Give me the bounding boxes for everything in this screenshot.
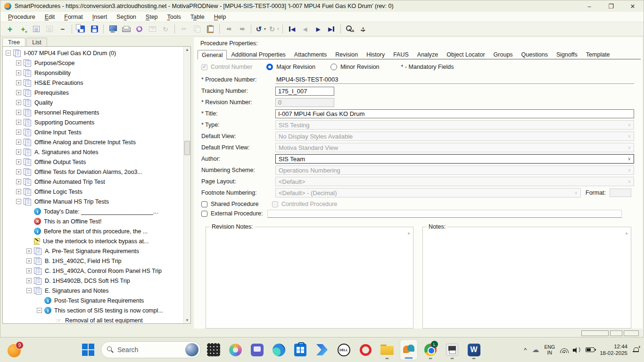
text-input[interactable]: I-007 MPU4 Fuel Gas KO Drum — [275, 109, 634, 118]
tree-row[interactable]: ☞Removal of all test equipment — [4, 315, 183, 324]
add-button[interactable]: + — [4, 24, 16, 35]
tree-row[interactable]: iBefore the start of this procedure, the… — [4, 226, 183, 236]
expand-icon[interactable]: + — [16, 130, 21, 135]
paste-button[interactable] — [204, 24, 216, 35]
tree-row[interactable]: −iThis section of SIS testing is now com… — [4, 305, 183, 315]
revision-notes-scroll-up-icon[interactable]: ▲ — [407, 231, 411, 235]
tree-row[interactable]: +Offline Analog and Discrete Input Tests — [4, 137, 183, 147]
expand-icon[interactable]: + — [16, 140, 21, 145]
indent-button[interactable]: +≡ — [236, 24, 248, 35]
tab-additional-properties[interactable]: Additional Properties — [227, 49, 289, 59]
scroll-thumb[interactable] — [184, 141, 190, 155]
tree-scrollbar[interactable]: ▲ ▼ — [183, 47, 190, 323]
copilot-taskbar-button[interactable] — [226, 339, 244, 360]
nav-first-button[interactable]: ◀ — [286, 24, 298, 35]
outline-button[interactable] — [30, 24, 42, 35]
opera-taskbar-button[interactable] — [356, 339, 374, 360]
text-input[interactable]: 175_I_007 — [275, 87, 334, 96]
minimize-button[interactable]: – — [578, 0, 600, 12]
collapse-icon[interactable]: − — [6, 50, 11, 56]
expand-icon[interactable]: + — [16, 159, 21, 165]
notes-scroll-up-icon[interactable]: ▲ — [625, 231, 628, 235]
tree-row[interactable]: +HS&E Precautions — [4, 78, 183, 88]
dropdown-caret-icon[interactable]: ▾ — [264, 27, 266, 31]
tree-row[interactable]: +Purpose/Scope — [4, 58, 183, 68]
tree-row[interactable]: +Supporting Documents — [4, 117, 183, 127]
tree-row[interactable]: iToday's Date: ______________________... — [4, 206, 183, 216]
monitor-button[interactable] — [107, 24, 119, 35]
smartprocedures-taskbar-button[interactable] — [400, 339, 418, 360]
expand-icon[interactable]: + — [16, 110, 21, 115]
menu-format[interactable]: Format — [59, 13, 88, 21]
expand-icon[interactable]: + — [16, 149, 21, 155]
tree-row[interactable]: +B. 1HS_4902C, Field HS Trip — [4, 256, 183, 266]
chrome-taskbar-button[interactable]: L — [421, 339, 439, 360]
expand-icon[interactable]: + — [26, 248, 32, 254]
tab-general[interactable]: General — [198, 50, 227, 59]
expand-icon[interactable]: + — [16, 70, 21, 75]
tab-attachments[interactable]: Attachments — [290, 49, 331, 59]
tab-groups[interactable]: Groups — [489, 49, 517, 59]
expand-icon[interactable]: + — [16, 169, 21, 174]
collapse-button[interactable]: − — [57, 24, 69, 35]
tree-row[interactable]: +Offline Tests for Deviation Alarms, 2oo… — [4, 167, 183, 177]
tree-row[interactable]: +D. 1HS4902B, DCS Soft HS Trip — [4, 276, 183, 286]
expand-icon[interactable]: + — [16, 90, 21, 95]
tab-list[interactable]: List — [26, 38, 47, 46]
tab-history[interactable]: History — [362, 49, 389, 59]
tree-row[interactable]: +Personnel Requirements — [4, 107, 183, 117]
expand-icon[interactable]: + — [16, 189, 21, 194]
printer-button[interactable] — [120, 24, 132, 35]
close-button[interactable]: ✕ — [622, 0, 644, 12]
widgets-button[interactable]: 9 — [8, 341, 24, 357]
word-taskbar-button[interactable]: W — [465, 339, 483, 360]
tree-row[interactable]: +Quality — [4, 98, 183, 107]
tree-row[interactable]: +Responsibility — [4, 68, 183, 78]
major-revision-radio[interactable] — [266, 64, 273, 70]
tree-row[interactable]: +A. Signatures and Notes — [4, 147, 183, 157]
tray-chevron-icon[interactable]: ^ — [524, 346, 527, 354]
collapse-icon[interactable]: − — [26, 288, 32, 293]
power-automate-taskbar-button[interactable] — [313, 339, 331, 360]
tree-row[interactable]: +A. Pre-Test Signature Requirements — [4, 246, 183, 256]
tab-template[interactable]: Template — [582, 49, 614, 59]
scroll-up-icon[interactable]: ▲ — [184, 48, 190, 52]
menu-help[interactable]: Help — [209, 13, 231, 21]
tree-row[interactable]: +Online Input Tests — [4, 127, 183, 137]
store-taskbar-button[interactable] — [291, 339, 309, 360]
dell-taskbar-button[interactable]: DELL — [335, 339, 353, 360]
tree-row[interactable]: iPost-Test Signature Requirements — [4, 296, 183, 305]
tab-tree[interactable]: Tree — [2, 38, 25, 46]
tree-row[interactable]: −Offline Manual HS Trip Tests — [4, 197, 183, 206]
tab-analyze[interactable]: Analyze — [413, 49, 442, 59]
taskbar-search[interactable]: Search — [101, 341, 201, 358]
dropdown[interactable]: SIS Team∨ — [275, 154, 634, 164]
menu-insert[interactable]: Insert — [88, 13, 112, 21]
floppy-button[interactable] — [88, 24, 100, 35]
move-button[interactable]: ↔↕ — [357, 24, 369, 35]
clock[interactable]: 12:44 18-02-2025 — [600, 343, 627, 357]
minor-revision-radio[interactable] — [330, 64, 337, 70]
menu-step[interactable]: Step — [141, 13, 163, 21]
floppy-doc-button[interactable] — [75, 24, 87, 35]
tab-object-locator[interactable]: Object Locator — [442, 49, 489, 59]
start-button[interactable] — [79, 339, 97, 360]
teams-taskbar-button[interactable] — [248, 339, 266, 360]
menu-tools[interactable]: Tools — [163, 13, 186, 21]
battery-icon[interactable] — [586, 347, 594, 352]
nav-next-button[interactable]: ▶ — [312, 24, 324, 35]
notification-bell-icon[interactable]: z — [633, 346, 639, 353]
tree-row[interactable]: +Offline Automated Trip Test — [4, 177, 183, 187]
app-grid-taskbar-button[interactable] — [205, 339, 223, 360]
tree-row[interactable]: −I-007 MPU4 Fuel Gas KO Drum (0) — [4, 48, 183, 58]
shared-procedure-checkbox[interactable] — [201, 201, 207, 207]
find-button[interactable]: A — [344, 24, 356, 35]
tab-questions[interactable]: Questions — [517, 49, 552, 59]
nav-last-button[interactable]: ▶ — [325, 24, 338, 35]
collapse-icon[interactable]: − — [37, 308, 42, 313]
tab-signoffs[interactable]: Signoffs — [552, 49, 582, 59]
tree-row[interactable]: +C. 1HS_4902A, Control Room Panel HS Tri… — [4, 266, 183, 276]
edge-taskbar-button[interactable] — [270, 339, 288, 360]
expand-icon[interactable]: + — [26, 278, 32, 283]
restore-button[interactable]: ❐ — [600, 0, 622, 12]
